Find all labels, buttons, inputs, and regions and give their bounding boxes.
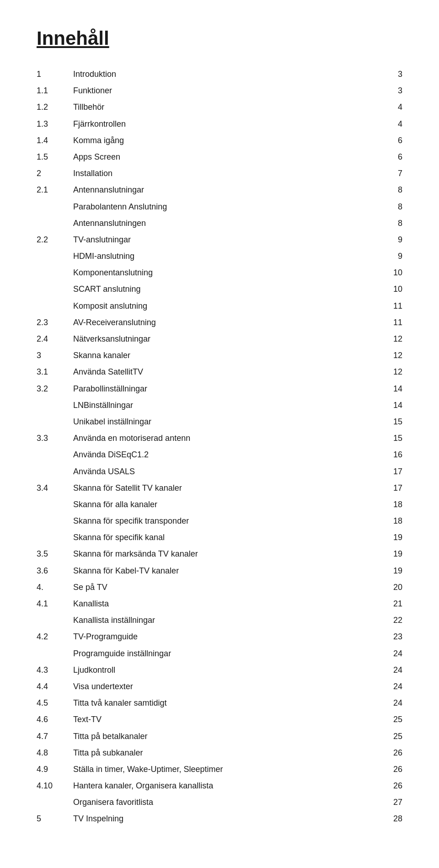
toc-page: 3 [375,66,402,82]
toc-title: AV-Receiveranslutning [73,314,375,331]
toc-number: 3.4 [37,480,73,496]
toc-number: 4.9 [37,761,73,777]
toc-number: 1.1 [37,82,73,99]
toc-page: 19 [375,529,402,546]
toc-page: 15 [375,430,402,446]
toc-title: Använda SatellitTV [73,364,375,380]
toc-row: 4.1Kanallista21 [37,595,402,612]
toc-title: Kanallista [73,595,375,612]
toc-number: 3.6 [37,563,73,579]
toc-title: Skanna för specifik kanal [73,529,375,546]
toc-row: 4.6Text-TV25 [37,711,402,728]
toc-page: 26 [375,777,402,794]
toc-page: 17 [375,480,402,496]
toc-row: Skanna för specifik transponder18 [37,513,402,529]
toc-number: 4. [37,579,73,595]
toc-title: Titta två kanaler samtidigt [73,695,375,711]
toc-page: 4 [375,116,402,132]
toc-page: 19 [375,563,402,579]
toc-row: Organisera favoritlista27 [37,794,402,810]
toc-row: Komponentanslutning10 [37,264,402,281]
toc-page: 23 [375,628,402,645]
toc-title: Använda en motoriserad antenn [73,430,375,446]
toc-row: 4.2TV-Programguide23 [37,628,402,645]
toc-title: Ställa in timer, Wake-Uptimer, Sleeptime… [73,761,375,777]
toc-number: 3.5 [37,546,73,562]
toc-title: Se på TV [73,579,375,595]
toc-page: 28 [375,810,402,827]
toc-page: 24 [375,695,402,711]
toc-number: 1.5 [37,149,73,165]
toc-page: 19 [375,546,402,562]
toc-page: 24 [375,645,402,662]
toc-number: 4.10 [37,777,73,794]
toc-title: Använda USALS [73,463,375,480]
toc-page: 26 [375,761,402,777]
toc-page: 10 [375,264,402,281]
toc-title: Hantera kanaler, Organisera kanallista [73,777,375,794]
toc-title: Skanna för marksända TV kanaler [73,546,375,562]
toc-title: Komma igång [73,132,375,149]
toc-number: 4.7 [37,728,73,745]
toc-title: Installation [73,165,375,182]
toc-row: Skanna för alla kanaler18 [37,496,402,513]
toc-page: 22 [375,612,402,628]
toc-number: 3.1 [37,364,73,380]
toc-number [37,397,73,413]
toc-title: Komposit anslutning [73,298,375,314]
toc-row: 2.4Nätverksanslutningar12 [37,331,402,347]
toc-title: Fjärrkontrollen [73,116,375,132]
toc-number [37,612,73,628]
toc-row: 3.4Skanna för Satellit TV kanaler17 [37,480,402,496]
toc-number: 1.3 [37,116,73,132]
toc-title: Använda DiSEqC1.2 [73,446,375,463]
toc-page: 18 [375,496,402,513]
toc-page: 25 [375,728,402,745]
toc-row: 1.5Apps Screen6 [37,149,402,165]
toc-number: 2.2 [37,231,73,248]
toc-row: Antennanslutningen8 [37,215,402,231]
toc-page: 8 [375,198,402,215]
toc-row: Kanallista inställningar22 [37,612,402,628]
toc-number [37,198,73,215]
toc-number [37,513,73,529]
toc-row: 4.3Ljudkontroll24 [37,662,402,678]
toc-row: 3.5Skanna för marksända TV kanaler19 [37,546,402,562]
toc-title: Kanallista inställningar [73,612,375,628]
toc-number: 2.3 [37,314,73,331]
toc-number: 4.6 [37,711,73,728]
toc-number: 1.4 [37,132,73,149]
toc-row: 2.1Antennanslutningar8 [37,182,402,198]
toc-number: 2.4 [37,331,73,347]
toc-number [37,794,73,810]
toc-title: Skanna kanaler [73,347,375,364]
toc-row: 4.7Titta på betalkanaler25 [37,728,402,745]
toc-number: 4.4 [37,678,73,695]
toc-row: 5TV Inspelning28 [37,810,402,827]
toc-title: Visa undertexter [73,678,375,695]
toc-page: 7 [375,165,402,182]
toc-number: 5 [37,810,73,827]
toc-title: Titta på subkanaler [73,745,375,761]
toc-number: 3 [37,347,73,364]
toc-row: 2.2TV-anslutningar9 [37,231,402,248]
toc-row: 3.3Använda en motoriserad antenn15 [37,430,402,446]
toc-row: Använda DiSEqC1.216 [37,446,402,463]
toc-title: Nätverksanslutningar [73,331,375,347]
toc-title: Titta på betalkanaler [73,728,375,745]
toc-row: SCART anslutning10 [37,281,402,297]
toc-title: Antennanslutningar [73,182,375,198]
toc-row: 1.1Funktioner3 [37,82,402,99]
toc-title: Unikabel inställningar [73,413,375,430]
toc-number: 1 [37,66,73,82]
toc-title: Skanna för Kabel-TV kanaler [73,563,375,579]
toc-row: Parabolantenn Anslutning8 [37,198,402,215]
toc-title: HDMI-anslutning [73,248,375,264]
toc-title: Skanna för specifik transponder [73,513,375,529]
toc-page: 12 [375,331,402,347]
toc-page: 14 [375,397,402,413]
toc-number [37,413,73,430]
toc-row: 1Introduktion3 [37,66,402,82]
toc-title: TV-anslutningar [73,231,375,248]
toc-page: 4 [375,99,402,115]
